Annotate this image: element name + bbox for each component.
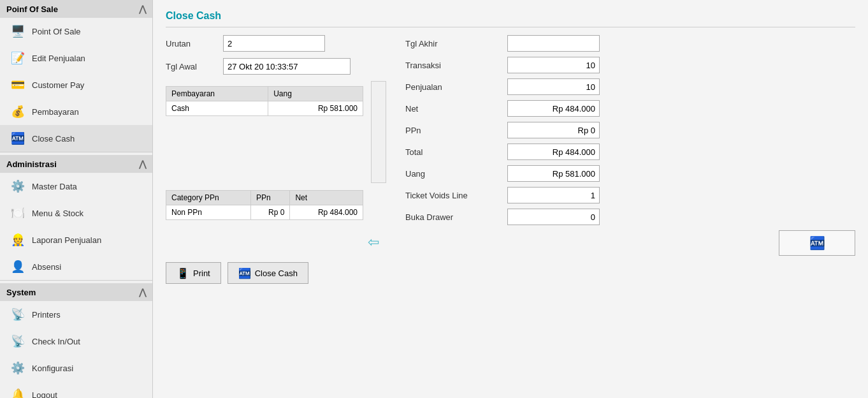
sidebar-item-logout[interactable]: 🔔 Logout bbox=[0, 381, 152, 398]
sidebar-section-system-header[interactable]: System ⋀ bbox=[0, 283, 152, 301]
tables-container: Pembayaran Uang Cash Rp 581.000 bbox=[166, 81, 363, 220]
close-cash-button[interactable]: 🏧 Close Cash bbox=[228, 262, 308, 284]
buttons-row: 📱 Print 🏧 Close Cash bbox=[166, 262, 386, 284]
payment-cell-uang: Rp 581.000 bbox=[268, 101, 363, 116]
form-left: Urutan Tgl Awal Pembayaran Uang bbox=[166, 35, 386, 284]
sidebar-item-edit-label: Edit Penjualan bbox=[32, 54, 85, 63]
ppn-header-net: Net bbox=[290, 191, 363, 205]
laporan-icon: 👷 bbox=[9, 231, 27, 249]
sidebar-item-customer-pay-label: Customer Pay bbox=[32, 80, 84, 90]
sidebar-item-customer-pay[interactable]: 💳 Customer Pay bbox=[0, 71, 152, 98]
logout-icon: 🔔 bbox=[9, 386, 27, 398]
payment-header-uang: Uang bbox=[268, 87, 363, 101]
table-row: Cash Rp 581.000 bbox=[166, 101, 363, 116]
penjualan-input[interactable] bbox=[507, 78, 600, 95]
customer-pay-icon: 💳 bbox=[9, 76, 27, 94]
spacer bbox=[166, 121, 363, 185]
sidebar-item-pembayaran[interactable]: 💰 Pembayaran bbox=[0, 98, 152, 125]
sidebar-section-admin-header[interactable]: Administrasi ⋀ bbox=[0, 155, 152, 173]
tgl-awal-row: Tgl Awal bbox=[166, 58, 386, 75]
main-content: Close Cash Urutan Tgl Awal Pembayaran bbox=[153, 0, 868, 398]
uang-input[interactable] bbox=[507, 165, 600, 182]
scroll-panel-area: ⇦ bbox=[366, 81, 386, 251]
sidebar-item-edit-penjualan[interactable]: 📝 Edit Penjualan bbox=[0, 45, 152, 71]
ppn-label: PPn bbox=[405, 126, 507, 135]
sidebar-section-pos-label: Poinf Of Sale bbox=[6, 4, 58, 14]
sidebar-section-admin: Administrasi ⋀ ⚙️ Master Data 🍽️ Menu & … bbox=[0, 155, 152, 281]
sidebar-item-point-of-sale[interactable]: 🖥️ Point Of Sale bbox=[0, 18, 152, 45]
sidebar-item-master-data[interactable]: ⚙️ Master Data bbox=[0, 173, 152, 200]
transaksi-row: Transaksi bbox=[405, 57, 855, 73]
sidebar-section-pos-header[interactable]: Poinf Of Sale ⋀ bbox=[0, 0, 152, 18]
net-row: Net bbox=[405, 100, 855, 117]
total-row: Total bbox=[405, 144, 855, 160]
sidebar-item-close-cash-label: Close Cash bbox=[32, 134, 75, 144]
collapse-icon-system: ⋀ bbox=[139, 287, 146, 297]
edit-penjualan-icon: 📝 bbox=[9, 49, 27, 67]
ppn-cell-net: Rp 484.000 bbox=[290, 205, 363, 220]
sidebar-section-system: System ⋀ 📡 Printers 📡 Check In/Out ⚙️ Ko… bbox=[0, 283, 152, 398]
tgl-akhir-input[interactable] bbox=[507, 35, 600, 52]
page-title: Close Cash bbox=[166, 10, 855, 27]
sidebar-item-absensi[interactable]: 👤 Absensi bbox=[0, 253, 152, 280]
ppn-input[interactable] bbox=[507, 122, 600, 138]
print-button[interactable]: 📱 Print bbox=[166, 262, 221, 284]
ppn-row: PPn bbox=[405, 122, 855, 138]
table-row: Non PPn Rp 0 Rp 484.000 bbox=[166, 205, 363, 220]
buka-drawer-row: Buka Drawer bbox=[405, 209, 855, 225]
uang-label: Uang bbox=[405, 169, 507, 179]
payment-table: Pembayaran Uang Cash Rp 581.000 bbox=[166, 86, 363, 116]
sidebar-item-absensi-label: Absensi bbox=[32, 262, 61, 272]
payment-cell-pembayaran: Cash bbox=[166, 101, 268, 116]
buka-drawer-label: Buka Drawer bbox=[405, 212, 507, 222]
arrow-left-button[interactable]: ⇦ bbox=[368, 234, 379, 251]
ppn-header-ppn: PPn bbox=[250, 191, 289, 205]
form-right: Tgl Akhir Transaksi Penjualan Net PPn bbox=[405, 35, 855, 284]
sidebar-item-konfigurasi-label: Konfigurasi bbox=[32, 364, 73, 373]
buka-drawer-input[interactable] bbox=[507, 209, 600, 225]
absensi-icon: 👤 bbox=[9, 258, 27, 276]
print-icon: 📱 bbox=[177, 267, 189, 279]
cash-register-button[interactable]: 🏧 bbox=[779, 230, 855, 256]
tgl-akhir-label: Tgl Akhir bbox=[405, 39, 507, 48]
sidebar-item-laporan-label: Laporan Penjualan bbox=[32, 235, 101, 245]
scroll-panel bbox=[371, 81, 386, 183]
sidebar-item-pembayaran-label: Pembayaran bbox=[32, 107, 79, 117]
tgl-awal-input[interactable] bbox=[223, 58, 351, 75]
pos-icon: 🖥️ bbox=[9, 22, 27, 40]
ppn-table: Category PPn PPn Net Non PPn Rp 0 Rp 484… bbox=[166, 190, 363, 220]
cash-register-icon: 🏧 bbox=[809, 235, 825, 251]
transaksi-label: Transaksi bbox=[405, 61, 507, 70]
ticket-voids-label: Ticket Voids Line bbox=[405, 191, 507, 200]
penjualan-row: Penjualan bbox=[405, 78, 855, 95]
pembayaran-icon: 💰 bbox=[9, 103, 27, 121]
sidebar-item-check-in-out[interactable]: 📡 Check In/Out bbox=[0, 328, 152, 355]
collapse-icon-pos: ⋀ bbox=[139, 4, 146, 14]
transaksi-input[interactable] bbox=[507, 57, 600, 73]
sidebar-item-konfigurasi[interactable]: ⚙️ Konfigurasi bbox=[0, 355, 152, 381]
sidebar-item-laporan-penjualan[interactable]: 👷 Laporan Penjualan bbox=[0, 226, 152, 253]
collapse-icon-admin: ⋀ bbox=[139, 159, 146, 169]
sidebar-item-printers[interactable]: 📡 Printers bbox=[0, 301, 152, 328]
total-input[interactable] bbox=[507, 144, 600, 160]
penjualan-label: Penjualan bbox=[405, 82, 507, 92]
urutan-label: Urutan bbox=[166, 39, 223, 48]
ppn-cell-ppn: Rp 0 bbox=[250, 205, 289, 220]
ticket-voids-input[interactable] bbox=[507, 187, 600, 203]
total-label: Total bbox=[405, 147, 507, 157]
close-cash-icon: 🏧 bbox=[9, 129, 27, 147]
payment-header-pembayaran: Pembayaran bbox=[166, 87, 268, 101]
tgl-awal-label: Tgl Awal bbox=[166, 62, 223, 71]
net-input[interactable] bbox=[507, 100, 600, 117]
left-tables-area: Pembayaran Uang Cash Rp 581.000 bbox=[166, 81, 386, 251]
sidebar-section-system-label: System bbox=[6, 288, 36, 297]
tgl-akhir-row: Tgl Akhir bbox=[405, 35, 855, 52]
sidebar-item-menu-stock-label: Menu & Stock bbox=[32, 209, 83, 218]
sidebar-item-menu-stock[interactable]: 🍽️ Menu & Stock bbox=[0, 200, 152, 226]
urutan-row: Urutan bbox=[166, 35, 386, 52]
sidebar-item-close-cash[interactable]: 🏧 Close Cash bbox=[0, 125, 152, 152]
urutan-input[interactable] bbox=[223, 35, 325, 52]
sidebar-item-logout-label: Logout bbox=[32, 390, 57, 399]
sidebar: Poinf Of Sale ⋀ 🖥️ Point Of Sale 📝 Edit … bbox=[0, 0, 153, 398]
sidebar-section-admin-label: Administrasi bbox=[6, 159, 57, 169]
